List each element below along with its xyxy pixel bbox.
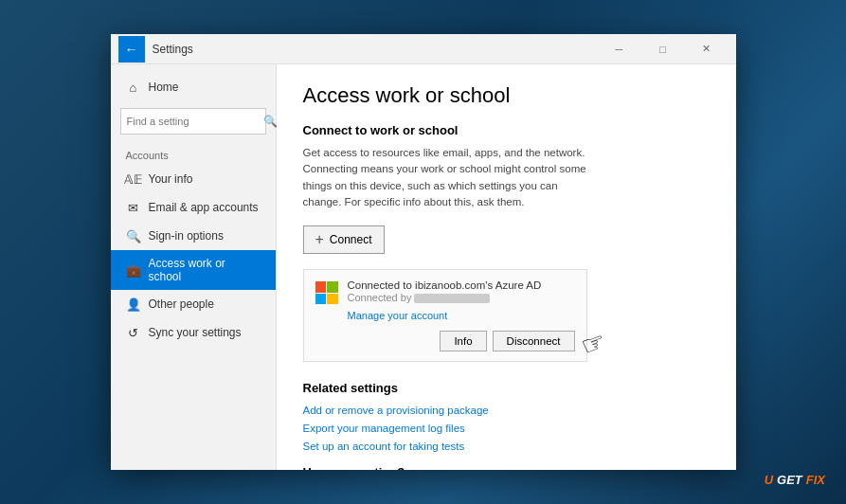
watermark: UGETFIX bbox=[765, 473, 825, 487]
cursor-hand-icon: ☞ bbox=[577, 325, 610, 363]
search-icon: 🔍 bbox=[263, 108, 278, 135]
window-title: Settings bbox=[153, 43, 598, 56]
sidebar-item-label: Your info bbox=[149, 172, 193, 186]
disconnect-button[interactable]: Disconnect bbox=[493, 331, 575, 351]
have-question-heading: Have a question? bbox=[303, 465, 710, 470]
access-icon: 💼 bbox=[126, 262, 141, 278]
minimize-button[interactable]: ─ bbox=[598, 34, 641, 64]
watermark-u: U bbox=[765, 473, 773, 487]
sidebar: ⌂ Home 🔍 Accounts 𝔸𝔼 Your info ✉ Email &… bbox=[111, 64, 277, 470]
ms-logo-q3 bbox=[315, 294, 327, 305]
connected-info: Connected to ibizanoob.com's Azure AD Co… bbox=[348, 279, 575, 323]
connected-title: Connected to ibizanoob.com's Azure AD bbox=[348, 279, 575, 291]
connected-by-value bbox=[414, 294, 490, 303]
plus-icon: + bbox=[315, 232, 324, 247]
connected-card-inner: Connected to ibizanoob.com's Azure AD Co… bbox=[315, 279, 575, 323]
connected-card: Connected to ibizanoob.com's Azure AD Co… bbox=[303, 269, 587, 362]
sidebar-home-label: Home bbox=[149, 81, 179, 94]
sidebar-item-label: Sign-in options bbox=[149, 229, 224, 243]
info-button[interactable]: Info bbox=[440, 331, 486, 351]
watermark-fix: FIX bbox=[806, 473, 825, 487]
sidebar-item-home[interactable]: ⌂ Home bbox=[111, 72, 276, 102]
connected-by: Connected by bbox=[348, 292, 575, 303]
card-buttons: Info Disconnect bbox=[315, 331, 575, 351]
sidebar-item-your-info[interactable]: 𝔸𝔼 Your info bbox=[111, 165, 276, 193]
title-bar: ← Settings ─ □ ✕ bbox=[111, 34, 736, 64]
manage-account-link[interactable]: Manage your account bbox=[348, 310, 448, 321]
sidebar-item-label: Access work or school bbox=[149, 257, 261, 283]
ms-logo-q4 bbox=[327, 294, 338, 305]
sidebar-item-other-people[interactable]: 👤 Other people bbox=[111, 290, 276, 318]
ms-logo-q2 bbox=[327, 281, 338, 293]
sidebar-item-label: Sync your settings bbox=[149, 326, 242, 339]
window-controls: ─ □ ✕ bbox=[598, 34, 729, 64]
content-area: Access work or school Connect to work or… bbox=[277, 64, 736, 470]
back-icon: ← bbox=[125, 42, 138, 57]
sidebar-section-label: Accounts bbox=[111, 140, 276, 165]
home-icon: ⌂ bbox=[126, 80, 141, 95]
related-link-0[interactable]: Add or remove a provisioning package bbox=[303, 405, 710, 416]
email-icon: ✉ bbox=[126, 200, 141, 215]
page-title: Access work or school bbox=[303, 83, 710, 108]
related-settings-title: Related settings bbox=[303, 381, 710, 395]
back-button[interactable]: ← bbox=[118, 36, 145, 63]
sidebar-item-sync-settings[interactable]: ↺ Sync your settings bbox=[111, 318, 276, 347]
sidebar-item-label: Email & app accounts bbox=[149, 201, 259, 214]
search-input[interactable] bbox=[121, 116, 263, 127]
sidebar-item-label: Other people bbox=[149, 297, 214, 311]
description-text: Get access to resources like email, apps… bbox=[303, 145, 597, 210]
connect-section-title: Connect to work or school bbox=[303, 123, 710, 137]
connect-button[interactable]: + Connect bbox=[303, 225, 385, 254]
sync-icon: ↺ bbox=[126, 325, 141, 340]
related-link-1[interactable]: Export your management log files bbox=[303, 423, 710, 434]
connected-by-label: Connected by bbox=[348, 292, 412, 303]
sidebar-item-email-app-accounts[interactable]: ✉ Email & app accounts bbox=[111, 193, 276, 222]
connect-button-label: Connect bbox=[330, 233, 372, 246]
sign-in-icon: 🔍 bbox=[126, 228, 141, 243]
microsoft-logo bbox=[315, 281, 338, 304]
maximize-button[interactable]: □ bbox=[641, 34, 685, 64]
your-info-icon: 𝔸𝔼 bbox=[126, 171, 141, 187]
sidebar-search-box[interactable]: 🔍 bbox=[120, 108, 266, 135]
related-link-2[interactable]: Set up an account for taking tests bbox=[303, 441, 710, 452]
settings-window: ← Settings ─ □ ✕ ⌂ Home 🔍 Accounts 𝔸𝔼 Yo… bbox=[111, 34, 736, 470]
sidebar-item-access-work-school[interactable]: 💼 Access work or school bbox=[111, 250, 276, 290]
other-people-icon: 👤 bbox=[126, 297, 141, 312]
close-button[interactable]: ✕ bbox=[685, 34, 729, 64]
watermark-get: GET bbox=[777, 473, 802, 487]
window-body: ⌂ Home 🔍 Accounts 𝔸𝔼 Your info ✉ Email &… bbox=[111, 64, 736, 470]
ms-logo-q1 bbox=[315, 281, 327, 293]
sidebar-item-sign-in-options[interactable]: 🔍 Sign-in options bbox=[111, 222, 276, 250]
